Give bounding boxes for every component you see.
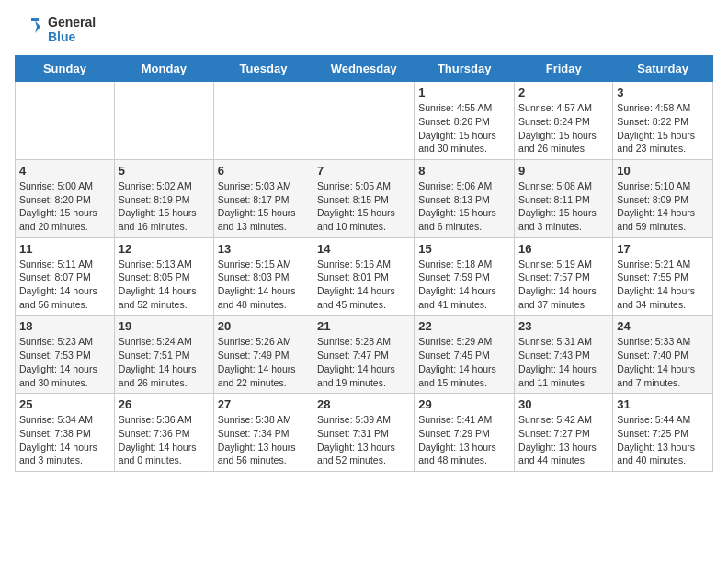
day-info: Sunrise: 5:08 AM Sunset: 8:11 PM Dayligh…	[518, 179, 609, 234]
calendar-week-1: 1Sunrise: 4:55 AM Sunset: 8:26 PM Daylig…	[16, 82, 713, 160]
day-info: Sunrise: 5:38 AM Sunset: 7:34 PM Dayligh…	[218, 413, 309, 467]
day-number: 2	[518, 86, 609, 99]
calendar-week-3: 11Sunrise: 5:11 AM Sunset: 8:07 PM Dayli…	[16, 237, 713, 316]
day-info: Sunrise: 4:57 AM Sunset: 8:24 PM Dayligh…	[518, 101, 609, 155]
calendar-cell: 12Sunrise: 5:13 AM Sunset: 8:05 PM Dayli…	[114, 237, 213, 316]
calendar-cell: 29Sunrise: 5:41 AM Sunset: 7:29 PM Dayli…	[415, 394, 515, 472]
day-info: Sunrise: 5:16 AM Sunset: 8:01 PM Dayligh…	[317, 258, 410, 312]
day-number: 20	[218, 319, 309, 333]
logo-blue: Blue	[48, 29, 96, 44]
calendar-cell	[213, 82, 313, 160]
day-number: 29	[418, 397, 510, 411]
calendar-cell: 17Sunrise: 5:21 AM Sunset: 7:55 PM Dayli…	[613, 237, 713, 316]
day-info: Sunrise: 5:15 AM Sunset: 8:03 PM Dayligh…	[218, 258, 309, 312]
day-number: 17	[617, 242, 709, 256]
calendar-cell: 28Sunrise: 5:39 AM Sunset: 7:31 PM Dayli…	[313, 394, 415, 472]
day-info: Sunrise: 5:31 AM Sunset: 7:43 PM Dayligh…	[518, 335, 609, 389]
logo-svg	[15, 16, 42, 43]
day-info: Sunrise: 5:28 AM Sunset: 7:47 PM Dayligh…	[317, 335, 410, 389]
calendar-cell: 13Sunrise: 5:15 AM Sunset: 8:03 PM Dayli…	[213, 237, 313, 316]
day-number: 11	[19, 242, 110, 256]
day-number: 1	[418, 86, 510, 99]
day-number: 3	[617, 86, 709, 99]
day-info: Sunrise: 5:42 AM Sunset: 7:27 PM Dayligh…	[518, 413, 609, 467]
day-info: Sunrise: 5:19 AM Sunset: 7:57 PM Dayligh…	[518, 258, 609, 312]
logo: General Blue	[15, 15, 96, 44]
calendar-cell: 14Sunrise: 5:16 AM Sunset: 8:01 PM Dayli…	[313, 237, 415, 316]
logo-general: General	[48, 15, 96, 29]
day-number: 9	[518, 164, 609, 178]
day-number: 18	[19, 319, 110, 333]
day-number: 6	[218, 164, 309, 178]
day-header-friday: Friday	[515, 56, 613, 82]
day-number: 27	[218, 397, 309, 411]
day-info: Sunrise: 5:26 AM Sunset: 7:49 PM Dayligh…	[218, 335, 309, 389]
day-info: Sunrise: 5:03 AM Sunset: 8:17 PM Dayligh…	[218, 179, 309, 234]
calendar-cell: 30Sunrise: 5:42 AM Sunset: 7:27 PM Dayli…	[515, 394, 613, 472]
calendar-cell: 19Sunrise: 5:24 AM Sunset: 7:51 PM Dayli…	[114, 316, 213, 394]
day-number: 26	[119, 397, 210, 411]
day-header-wednesday: Wednesday	[313, 56, 415, 82]
calendar-week-4: 18Sunrise: 5:23 AM Sunset: 7:53 PM Dayli…	[16, 316, 713, 394]
day-number: 13	[218, 242, 309, 256]
day-info: Sunrise: 5:44 AM Sunset: 7:25 PM Dayligh…	[617, 413, 709, 467]
calendar-week-5: 25Sunrise: 5:34 AM Sunset: 7:38 PM Dayli…	[16, 394, 713, 472]
day-info: Sunrise: 5:39 AM Sunset: 7:31 PM Dayligh…	[317, 413, 410, 467]
calendar-cell: 20Sunrise: 5:26 AM Sunset: 7:49 PM Dayli…	[213, 316, 313, 394]
day-number: 19	[119, 319, 210, 333]
calendar-cell: 21Sunrise: 5:28 AM Sunset: 7:47 PM Dayli…	[313, 316, 415, 394]
day-header-thursday: Thursday	[415, 56, 515, 82]
day-number: 10	[617, 164, 709, 178]
day-number: 4	[19, 164, 110, 178]
calendar-cell	[313, 82, 415, 160]
calendar-cell: 11Sunrise: 5:11 AM Sunset: 8:07 PM Dayli…	[16, 237, 115, 316]
calendar-cell: 4Sunrise: 5:00 AM Sunset: 8:20 PM Daylig…	[16, 159, 115, 237]
day-info: Sunrise: 5:21 AM Sunset: 7:55 PM Dayligh…	[617, 258, 709, 312]
day-info: Sunrise: 5:18 AM Sunset: 7:59 PM Dayligh…	[418, 258, 510, 312]
day-number: 7	[317, 164, 410, 178]
calendar-cell: 16Sunrise: 5:19 AM Sunset: 7:57 PM Dayli…	[515, 237, 613, 316]
day-info: Sunrise: 5:05 AM Sunset: 8:15 PM Dayligh…	[317, 179, 410, 234]
day-info: Sunrise: 4:58 AM Sunset: 8:22 PM Dayligh…	[617, 101, 709, 155]
calendar-cell: 24Sunrise: 5:33 AM Sunset: 7:40 PM Dayli…	[613, 316, 713, 394]
day-number: 30	[518, 397, 609, 411]
calendar-cell: 1Sunrise: 4:55 AM Sunset: 8:26 PM Daylig…	[415, 82, 515, 160]
day-info: Sunrise: 5:29 AM Sunset: 7:45 PM Dayligh…	[418, 335, 510, 389]
day-number: 28	[317, 397, 410, 411]
day-number: 22	[418, 319, 510, 333]
day-number: 25	[19, 397, 110, 411]
day-info: Sunrise: 5:23 AM Sunset: 7:53 PM Dayligh…	[19, 335, 110, 389]
day-info: Sunrise: 5:24 AM Sunset: 7:51 PM Dayligh…	[119, 335, 210, 389]
calendar-cell: 7Sunrise: 5:05 AM Sunset: 8:15 PM Daylig…	[313, 159, 415, 237]
day-number: 21	[317, 319, 410, 333]
calendar-cell: 5Sunrise: 5:02 AM Sunset: 8:19 PM Daylig…	[114, 159, 213, 237]
day-info: Sunrise: 5:34 AM Sunset: 7:38 PM Dayligh…	[19, 413, 110, 467]
day-number: 8	[418, 164, 510, 178]
calendar-cell: 6Sunrise: 5:03 AM Sunset: 8:17 PM Daylig…	[213, 159, 313, 237]
calendar-cell: 9Sunrise: 5:08 AM Sunset: 8:11 PM Daylig…	[515, 159, 613, 237]
day-number: 24	[617, 319, 709, 333]
day-number: 14	[317, 242, 410, 256]
calendar-cell: 27Sunrise: 5:38 AM Sunset: 7:34 PM Dayli…	[213, 394, 313, 472]
day-header-monday: Monday	[114, 56, 213, 82]
calendar-cell: 26Sunrise: 5:36 AM Sunset: 7:36 PM Dayli…	[114, 394, 213, 472]
calendar-cell: 25Sunrise: 5:34 AM Sunset: 7:38 PM Dayli…	[16, 394, 115, 472]
calendar-cell: 3Sunrise: 4:58 AM Sunset: 8:22 PM Daylig…	[613, 82, 713, 160]
day-info: Sunrise: 5:13 AM Sunset: 8:05 PM Dayligh…	[119, 258, 210, 312]
day-number: 12	[119, 242, 210, 256]
day-info: Sunrise: 4:55 AM Sunset: 8:26 PM Dayligh…	[418, 101, 510, 155]
day-number: 23	[518, 319, 609, 333]
calendar-cell: 8Sunrise: 5:06 AM Sunset: 8:13 PM Daylig…	[415, 159, 515, 237]
day-info: Sunrise: 5:41 AM Sunset: 7:29 PM Dayligh…	[418, 413, 510, 467]
calendar-header: SundayMondayTuesdayWednesdayThursdayFrid…	[16, 56, 713, 82]
day-header-sunday: Sunday	[16, 56, 115, 82]
header-row: SundayMondayTuesdayWednesdayThursdayFrid…	[16, 56, 713, 82]
day-header-saturday: Saturday	[613, 56, 713, 82]
calendar-cell: 23Sunrise: 5:31 AM Sunset: 7:43 PM Dayli…	[515, 316, 613, 394]
day-info: Sunrise: 5:33 AM Sunset: 7:40 PM Dayligh…	[617, 335, 709, 389]
header: General Blue	[15, 15, 713, 44]
calendar-cell: 15Sunrise: 5:18 AM Sunset: 7:59 PM Dayli…	[415, 237, 515, 316]
day-info: Sunrise: 5:06 AM Sunset: 8:13 PM Dayligh…	[418, 179, 510, 234]
calendar-table: SundayMondayTuesdayWednesdayThursdayFrid…	[15, 55, 713, 472]
calendar-body: 1Sunrise: 4:55 AM Sunset: 8:26 PM Daylig…	[16, 82, 713, 472]
